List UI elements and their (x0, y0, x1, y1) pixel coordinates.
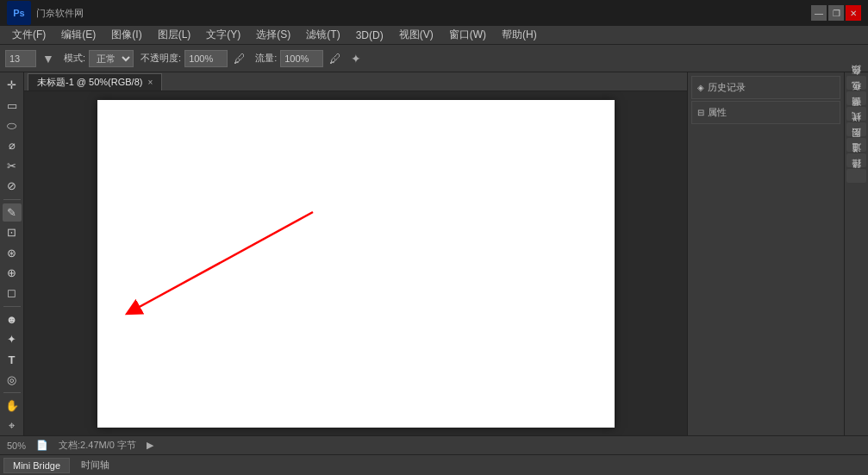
menu-image[interactable]: 图像(I) (104, 26, 148, 44)
window-controls: — ❐ ✕ (811, 5, 861, 21)
menu-window[interactable]: 窗口(W) (442, 26, 493, 44)
menu-text[interactable]: 文字(Y) (199, 26, 247, 44)
main-area: ✛ ▭ ⬭ ⌀ ✂ ⊘ ✎ ⊡ ⊛ ⊕ ◻ ☻ ✦ T ◎ ✋ ⌖ 未标题-1 … (0, 72, 868, 435)
left-toolbar: ✛ ▭ ⬭ ⌀ ✂ ⊘ ✎ ⊡ ⊛ ⊕ ◻ ☻ ✦ T ◎ ✋ ⌖ (0, 72, 24, 435)
brush-size-group: ▼ (5, 50, 57, 67)
brush-tool[interactable]: ✎ (3, 203, 22, 222)
crop-tool[interactable]: ✂ (3, 157, 22, 175)
flow-label: 流量: (255, 52, 277, 65)
mode-select[interactable]: 正常 (89, 50, 134, 67)
zoom-status: 50% (7, 441, 26, 451)
status-bar: 50% 📄 文档:2.47M/0 字节 ▶ (0, 435, 868, 454)
timeline-tab[interactable]: 时间轴 (72, 456, 119, 474)
title-bar-left: Ps 门奈软件网 (7, 1, 84, 25)
tool-separator-1 (3, 199, 21, 200)
brush-size-input[interactable] (5, 50, 36, 67)
properties-panel-header[interactable]: ⊟ 属性 (694, 103, 838, 122)
mini-bridge-tab[interactable]: Mini Bridge (3, 458, 70, 473)
menu-edit[interactable]: 编辑(E) (54, 26, 103, 44)
title-bar: Ps 门奈软件网 — ❐ ✕ (0, 0, 868, 26)
paths-tab[interactable]: 路径 (846, 169, 866, 183)
bottom-tab-bar: Mini Bridge 时间轴 (0, 454, 868, 475)
menu-3d[interactable]: 3D(D) (349, 28, 390, 43)
opacity-input[interactable] (184, 50, 228, 67)
flow-toggle-icon[interactable]: 🖊 (327, 50, 344, 67)
eyedropper-tool[interactable]: ⊘ (3, 177, 22, 195)
canvas-area: 未标题-1 @ 50%(RGB/8) × (24, 72, 687, 435)
color-tab[interactable]: 颜色 (846, 76, 866, 90)
maximize-button[interactable]: ❐ (828, 5, 844, 21)
eraser-tool[interactable]: ⊛ (3, 243, 22, 261)
gradient-tool[interactable]: ⊕ (3, 264, 22, 282)
right-panel-main: ◈ 历史记录 ⊟ 属性 (688, 72, 844, 435)
menu-bar: 文件(F) 编辑(E) 图像(I) 图层(L) 文字(Y) 选择(S) 滤镜(T… (0, 26, 868, 45)
document-tab[interactable]: 未标题-1 @ 50%(RGB/8) × (28, 73, 162, 91)
tab-label: 未标题-1 @ 50%(RGB/8) (37, 76, 142, 89)
properties-panel: ⊟ 属性 (691, 101, 840, 124)
opacity-label: 不透明度: (141, 52, 181, 65)
flow-input[interactable] (280, 50, 323, 67)
quick-select-tool[interactable]: ⌀ (3, 136, 22, 154)
doc-info: 文档:2.47M/0 字节 (59, 439, 136, 452)
zoom-value: 50% (7, 441, 26, 451)
play-button[interactable]: ▶ (147, 440, 153, 451)
hand-tool[interactable]: ✋ (3, 397, 22, 415)
title-text: 门奈软件网 (36, 7, 84, 20)
layers-tab[interactable]: 图层 (846, 138, 866, 152)
close-button[interactable]: ✕ (846, 5, 861, 21)
brush-preset-icon[interactable]: ▼ (40, 50, 57, 67)
doc-info-text: 文档:2.47M/0 字节 (59, 439, 136, 452)
menu-view[interactable]: 视图(V) (392, 26, 440, 44)
options-toolbar: ▼ 模式: 正常 不透明度: 🖊 流量: 🖊 ✦ (0, 45, 868, 72)
opacity-group: 不透明度: 🖊 (141, 50, 248, 67)
tool-separator-2 (3, 306, 21, 307)
pen-tool[interactable]: ✦ (3, 330, 22, 348)
doc-icon: 📄 (36, 440, 48, 451)
menu-file[interactable]: 文件(F) (5, 26, 53, 44)
marquee-tool[interactable]: ▭ (3, 96, 22, 114)
canvas-container (24, 91, 687, 435)
properties-icon: ⊟ (697, 108, 704, 117)
zoom-tool[interactable]: ⌖ (3, 417, 22, 435)
right-panel: ◈ 历史记录 ⊟ 属性 颜色 色板 调整 样式 图层 通道 路径 (687, 72, 868, 435)
right-side-tabs: 颜色 色板 调整 样式 图层 通道 路径 (844, 72, 868, 435)
history-icon: ◈ (697, 83, 704, 92)
canvas-document[interactable] (97, 100, 615, 428)
mode-group: 模式: 正常 (64, 50, 134, 67)
adjustments-tab[interactable]: 调整 (846, 107, 866, 121)
flow-group: 流量: 🖊 ✦ (255, 50, 365, 67)
menu-filter[interactable]: 滤镜(T) (299, 26, 347, 44)
tab-close-button[interactable]: × (147, 78, 153, 87)
swatches-tab[interactable]: 色板 (846, 91, 866, 105)
airbrush-icon[interactable]: ✦ (347, 50, 365, 67)
history-label: 历史记录 (708, 81, 746, 94)
properties-label: 属性 (708, 106, 727, 119)
channels-tab[interactable]: 通道 (846, 153, 866, 167)
menu-select[interactable]: 选择(S) (249, 26, 297, 44)
lasso-tool[interactable]: ⬭ (3, 116, 22, 134)
dodge-tool[interactable]: ☻ (3, 310, 22, 328)
blur-tool[interactable]: ◻ (3, 284, 22, 302)
play-icon: ▶ (147, 440, 153, 451)
history-panel-header[interactable]: ◈ 历史记录 (694, 78, 838, 97)
type-tool[interactable]: T (3, 350, 22, 368)
menu-layer[interactable]: 图层(L) (151, 26, 198, 44)
ps-logo: Ps (7, 1, 31, 25)
opacity-toggle-icon[interactable]: 🖊 (231, 50, 248, 67)
move-tool[interactable]: ✛ (3, 76, 22, 94)
tab-bar: 未标题-1 @ 50%(RGB/8) × (24, 72, 687, 91)
styles-tab[interactable]: 样式 (846, 122, 866, 136)
mode-label: 模式: (64, 52, 85, 65)
menu-help[interactable]: 帮助(H) (495, 26, 544, 44)
tool-separator-3 (3, 392, 21, 393)
canvas-wrapper (97, 100, 615, 428)
shape-tool[interactable]: ◎ (3, 371, 22, 389)
clone-tool[interactable]: ⊡ (3, 223, 22, 241)
history-panel: ◈ 历史记录 (691, 76, 840, 99)
doc-icon-symbol: 📄 (36, 440, 48, 451)
minimize-button[interactable]: — (811, 5, 827, 21)
